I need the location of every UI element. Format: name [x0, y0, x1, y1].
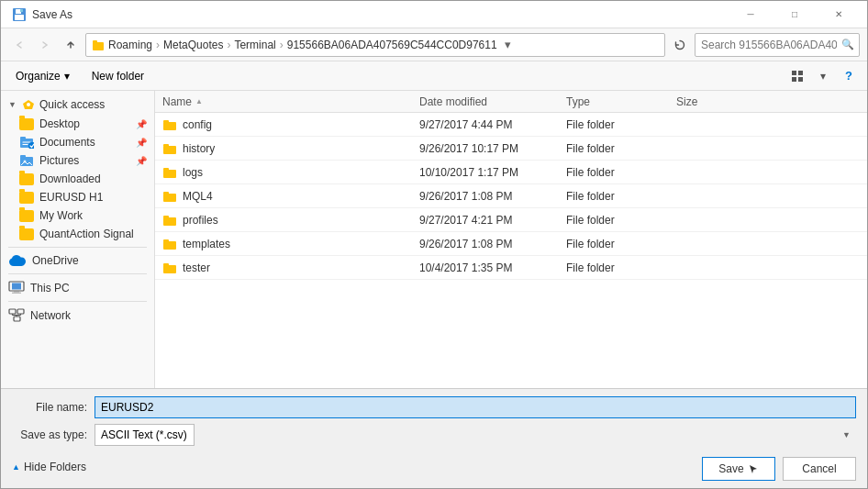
sidebar-item-documents[interactable]: Documents 📌 [1, 133, 154, 151]
organize-arrow: ▾ [64, 70, 70, 83]
pin-icon-documents: 📌 [136, 138, 147, 148]
pin-icon-pictures: 📌 [136, 156, 147, 166]
organize-label: Organize [16, 70, 61, 83]
sidebar-item-thispc[interactable]: This PC [1, 278, 154, 297]
svg-rect-39 [163, 241, 176, 250]
documents-icon [19, 136, 34, 149]
svg-rect-40 [163, 239, 169, 242]
col-header-date[interactable]: Date modified [419, 95, 566, 108]
quick-access-arrow: ▼ [8, 100, 17, 109]
main-content: ▼ Quick access Desktop 📌 [1, 91, 867, 388]
sidebar-onedrive-label: OneDrive [32, 254, 79, 267]
table-row[interactable]: profiles 9/27/2017 4:21 PM File folder [155, 208, 867, 232]
svg-rect-3 [20, 9, 23, 12]
thispc-icon [8, 281, 25, 295]
sidebar-item-mywork[interactable]: My Work [1, 206, 154, 225]
filename-input[interactable] [95, 396, 856, 418]
svg-rect-37 [163, 217, 176, 226]
save-button[interactable]: Save [702, 457, 775, 481]
table-row[interactable]: templates 9/26/2017 1:08 PM File folder [155, 232, 867, 256]
folder-icon-2 [162, 166, 177, 179]
svg-rect-16 [20, 155, 26, 158]
sidebar-item-pictures[interactable]: Pictures 📌 [1, 151, 154, 170]
sidebar: ▼ Quick access Desktop 📌 [1, 91, 155, 388]
svg-rect-8 [792, 77, 796, 82]
quick-access-header[interactable]: ▼ Quick access [1, 94, 154, 115]
hide-folders-arrow: ▲ [12, 462, 20, 472]
table-row[interactable]: MQL4 9/26/2017 1:08 PM File folder [155, 184, 867, 208]
filename-row: File name: [12, 396, 856, 418]
desktop-folder-icon [19, 118, 34, 130]
title-bar: Save As ─ □ ✕ [1, 1, 867, 28]
folder-icon-6 [162, 261, 177, 274]
sidebar-divider-1 [8, 247, 147, 248]
search-icon: 🔍 [841, 39, 854, 50]
sidebar-item-onedrive[interactable]: OneDrive [1, 251, 154, 270]
new-folder-button[interactable]: New folder [84, 66, 151, 86]
sidebar-divider-2 [8, 273, 147, 274]
table-row[interactable]: config 9/27/2017 4:44 PM File folder [155, 113, 867, 137]
downloaded-folder-icon [19, 173, 34, 185]
sidebar-item-desktop[interactable]: Desktop 📌 [1, 115, 154, 133]
address-bar[interactable]: Roaming › MetaQuotes › Terminal › 915566… [85, 33, 665, 57]
sidebar-quantaction-label: QuantAction Signal [39, 228, 134, 240]
svg-rect-5 [93, 40, 97, 43]
address-dropdown-button[interactable]: ▾ [501, 34, 516, 56]
folder-icon-4 [162, 214, 177, 227]
svg-rect-29 [163, 122, 176, 130]
table-row[interactable]: history 9/26/2017 10:17 PM File folder [155, 137, 867, 161]
svg-rect-30 [163, 120, 169, 123]
svg-rect-33 [163, 170, 176, 178]
quick-access-section: ▼ Quick access Desktop 📌 [1, 94, 154, 243]
svg-rect-4 [93, 42, 104, 50]
sidebar-item-eurusd[interactable]: EURUSD H1 [1, 188, 154, 206]
pin-icon-desktop: 📌 [136, 119, 147, 129]
svg-rect-23 [17, 309, 24, 314]
mywork-folder-icon [19, 210, 34, 222]
sidebar-downloaded-label: Downloaded [39, 172, 101, 185]
svg-rect-38 [163, 216, 169, 218]
svg-rect-21 [12, 293, 21, 295]
sidebar-thispc-label: This PC [30, 282, 70, 295]
hide-folders-button[interactable]: ▲ Hide Folders [12, 457, 86, 477]
save-as-title-icon [12, 7, 27, 22]
sidebar-item-downloaded[interactable]: Downloaded [1, 170, 154, 188]
svg-rect-35 [163, 194, 176, 202]
sort-arrow: ▲ [195, 97, 203, 106]
sidebar-eurusd-label: EURUSD H1 [39, 191, 103, 204]
save-cursor-icon [748, 463, 759, 474]
search-input[interactable] [695, 33, 860, 57]
folder-address-icon [92, 39, 105, 51]
sidebar-divider-3 [8, 301, 147, 302]
minimize-button[interactable]: ─ [729, 1, 772, 28]
view-button[interactable] [786, 65, 808, 87]
svg-rect-7 [798, 71, 803, 75]
quantaction-folder-icon [19, 228, 34, 240]
breadcrumb-metaquotes: MetaQuotes [163, 39, 223, 51]
sidebar-item-network[interactable]: Network [1, 306, 154, 325]
svg-rect-41 [163, 265, 176, 273]
sidebar-item-quantaction[interactable]: QuantAction Signal [1, 225, 154, 243]
close-button[interactable]: ✕ [818, 1, 860, 28]
col-header-size[interactable]: Size [676, 95, 750, 108]
filetype-select[interactable]: ASCII Text (*.csv) [95, 424, 195, 446]
col-header-name[interactable]: Name ▲ [162, 95, 419, 108]
window-title: Save As [32, 8, 72, 21]
cancel-button[interactable]: Cancel [783, 457, 856, 481]
table-row[interactable]: logs 10/10/2017 1:17 PM File folder [155, 161, 867, 184]
refresh-button[interactable] [669, 34, 691, 56]
sidebar-mywork-label: My Work [39, 209, 83, 222]
svg-rect-22 [9, 309, 16, 314]
organize-button[interactable]: Organize ▾ [8, 66, 77, 86]
maximize-button[interactable]: □ [773, 1, 816, 28]
help-button[interactable]: ? [838, 65, 860, 87]
table-row[interactable]: tester 10/4/2017 1:35 PM File folder [155, 256, 867, 280]
up-button[interactable] [60, 34, 82, 56]
sidebar-documents-label: Documents [39, 136, 95, 149]
back-button[interactable] [8, 34, 30, 56]
col-header-type[interactable]: Type [566, 95, 676, 108]
file-list: Name ▲ Date modified Type Size [155, 91, 867, 388]
forward-button[interactable] [34, 34, 56, 56]
svg-marker-43 [750, 465, 757, 473]
view-dropdown-button[interactable]: ▾ [812, 65, 834, 87]
